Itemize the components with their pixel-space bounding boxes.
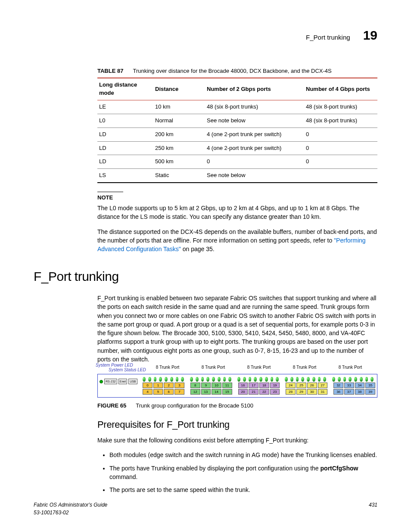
power-led-icon xyxy=(100,380,103,383)
running-section-title: F_Port trunking xyxy=(306,33,350,42)
table-cell: 4 (one 2-port trunk per switch) xyxy=(205,128,304,141)
table-cell: 48 (six 8-port trunks) xyxy=(304,114,377,128)
command-name: portCfgShow xyxy=(321,465,358,472)
usb-port: USB xyxy=(128,379,137,384)
port-led-icon xyxy=(223,377,226,382)
port-led-icon xyxy=(249,377,252,382)
port-cell: 15 xyxy=(222,389,232,395)
port-cell: 7 xyxy=(174,389,184,395)
table87-col1: Distance xyxy=(153,78,205,100)
table-cell: 0 xyxy=(205,155,304,169)
port-led-icon xyxy=(159,377,162,382)
port-led-icon xyxy=(365,377,368,382)
port-cell: 22 xyxy=(259,389,269,395)
ports-bottom-row: 456712131415202122232829303136373839 xyxy=(143,389,375,395)
table-cell: LS xyxy=(97,169,153,183)
port-cell: 28 xyxy=(286,389,296,395)
bullet-text: The ports are set to the same speed with… xyxy=(109,486,250,493)
list-item: The ports are set to the same speed with… xyxy=(109,485,377,494)
h2-prereq: Prerequisites for F_Port trunking xyxy=(97,418,377,432)
chapter-number: 19 xyxy=(363,26,377,45)
table-cell: See note below xyxy=(205,114,304,128)
port-cell: 39 xyxy=(365,389,375,395)
port-cell: 2 xyxy=(164,383,174,388)
port-led-icon xyxy=(201,377,204,382)
table-row: LSStaticSee note below xyxy=(97,169,377,183)
bullet-text: The ports have Trunking enabled by displ… xyxy=(109,465,321,472)
port-led-icon xyxy=(218,377,221,382)
port-led-icon xyxy=(181,377,184,382)
port-led-icon xyxy=(243,377,246,382)
port-cell: 20 xyxy=(238,389,248,395)
port-led-icon xyxy=(349,377,352,382)
port-led-icon xyxy=(360,377,363,382)
port-led-icon xyxy=(170,377,173,382)
port-cell: 0 xyxy=(143,383,153,388)
port-cell: 19 xyxy=(270,383,280,388)
port-led-icon xyxy=(290,377,293,382)
table-row: LD500 km00 xyxy=(97,155,377,169)
h1-fport-trunking: F_Port trunking xyxy=(34,267,377,286)
port-led-icon xyxy=(259,377,262,382)
table-cell: Normal xyxy=(153,114,205,128)
port-cell: 29 xyxy=(296,389,306,395)
port-led-icon xyxy=(265,377,268,382)
port-led-icon xyxy=(371,377,374,382)
port-cell: 9 xyxy=(201,383,211,388)
port-led-icon xyxy=(196,377,199,382)
port-led-icon xyxy=(237,377,240,382)
port-led-icon xyxy=(296,377,299,382)
port-cell: 25 xyxy=(296,383,306,388)
table-cell: 10 km xyxy=(153,100,205,114)
table-row: LE10 km48 (six 8-port trunks)48 (six 8-p… xyxy=(97,100,377,114)
note-body: The L0 mode supports up to 5 km at 2 Gbp… xyxy=(97,204,377,221)
table87-caption-text: Trunking over distance for the Brocade 4… xyxy=(133,68,331,74)
table87-col3: Number of 4 Gbps ports xyxy=(304,78,377,100)
bullet-text: command. xyxy=(109,473,137,480)
port-led-icon xyxy=(228,377,231,382)
table-cell: See note below xyxy=(205,169,304,183)
table-row: L0NormalSee note below48 (six 8-port tru… xyxy=(97,114,377,128)
port-cell: 16 xyxy=(238,383,248,388)
rs232-port: RS-232 xyxy=(104,379,117,384)
port-cell: 31 xyxy=(318,389,328,395)
port-led-icon xyxy=(343,377,346,382)
figure65-left-panel: RS-232 Enet USB xyxy=(100,379,137,384)
trunk-port-label: 8 Trunk Port xyxy=(282,364,327,371)
port-cell: 12 xyxy=(190,389,200,395)
para-dcx4s: The distance supported on the DCX-4S dep… xyxy=(97,227,377,254)
port-cell: 21 xyxy=(249,389,258,395)
port-cell: 13 xyxy=(201,389,211,395)
port-cell: 23 xyxy=(270,389,280,395)
port-led-icon xyxy=(206,377,209,382)
footer-book: Fabric OS Administrator's Guide xyxy=(34,502,107,508)
table-row: LD200 km4 (one 2-port trunk per switch)0 xyxy=(97,128,377,141)
port-led-icon xyxy=(176,377,179,382)
port-led-icon xyxy=(212,377,215,382)
port-led-icon xyxy=(190,377,193,382)
port-cell: 18 xyxy=(259,383,269,388)
port-led-icon xyxy=(154,377,157,382)
table-cell: LD xyxy=(97,155,153,169)
port-cell: 33 xyxy=(344,383,354,388)
running-header: F_Port trunking 19 xyxy=(34,26,377,45)
port-led-icon xyxy=(148,377,151,382)
trunk-port-label: 8 Trunk Port xyxy=(236,364,282,371)
table-cell: L0 xyxy=(97,114,153,128)
port-cell: 8 xyxy=(190,383,200,388)
port-cell: 32 xyxy=(333,383,343,388)
port-cell: 27 xyxy=(318,383,328,388)
table-cell: 48 (six 8-port trunks) xyxy=(205,100,304,114)
port-cell: 10 xyxy=(212,383,221,388)
table87-col2: Number of 2 Gbps ports xyxy=(205,78,304,100)
figure65-caption-text: Trunk group configuration for the Brocad… xyxy=(136,402,253,409)
port-led-icon xyxy=(312,377,315,382)
port-led-icon xyxy=(338,377,341,382)
port-led-icon xyxy=(307,377,310,382)
port-cell: 36 xyxy=(333,389,343,395)
label-system-power-led: System Power LED xyxy=(96,363,146,367)
figure65-switch: RS-232 Enet USB 012389101116171819242526… xyxy=(97,374,377,398)
figure65-led-labels: System Power LED System Status LED xyxy=(96,363,146,372)
port-cell: 17 xyxy=(249,383,258,388)
table-row: LD250 km4 (one 2-port trunk per switch)0 xyxy=(97,141,377,155)
